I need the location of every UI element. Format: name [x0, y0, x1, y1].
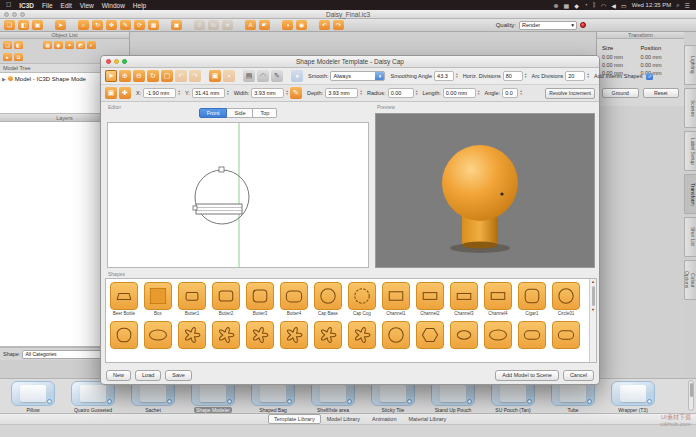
shape-thumbnail-cap-cog[interactable] — [348, 282, 376, 310]
dialog-titlebar[interactable]: Shape Modeler Template - Daisy Cap — [101, 56, 599, 68]
zoom-out-icon[interactable]: ⊖ — [133, 70, 145, 82]
tab-material-library[interactable]: Material Library — [402, 414, 452, 424]
open-icon[interactable]: ◧ — [14, 41, 23, 49]
radius-stepper[interactable]: ▴▾ — [416, 90, 418, 97]
menu-item-window[interactable]: Window — [102, 2, 125, 9]
menu-item-file[interactable]: File — [42, 2, 52, 9]
shape-item[interactable] — [381, 321, 411, 355]
3d-preview-canvas[interactable] — [375, 113, 595, 268]
smoothing-angle-stepper[interactable]: ▴▾ — [456, 73, 458, 80]
shape-item[interactable] — [279, 321, 309, 355]
shape-thumbnail-ellipse[interactable] — [144, 321, 172, 349]
main-window-titlebar[interactable]: Daisy_Final.ic3 — [0, 10, 696, 19]
view-tab-top[interactable]: Top — [253, 108, 277, 118]
reset-button[interactable]: Reset — [643, 88, 680, 98]
shape-item[interactable]: Cigar1 — [517, 282, 547, 316]
template-item[interactable]: Pillow — [8, 381, 58, 413]
record-indicator[interactable] — [580, 22, 586, 28]
pencil-icon[interactable]: ✎ — [120, 20, 131, 30]
shape-item[interactable] — [313, 321, 343, 355]
undo-icon[interactable]: ↶ — [175, 70, 187, 82]
shape-item[interactable]: Channel3 — [449, 282, 479, 316]
text-ai-icon[interactable]: A — [245, 20, 256, 30]
menu-item-view[interactable]: View — [80, 2, 94, 9]
horiz-divisions-stepper[interactable]: ▴▾ — [525, 73, 527, 80]
shape-item[interactable]: Butter4 — [279, 282, 309, 316]
shape-thumbnail-butter1[interactable] — [178, 282, 206, 310]
new-button[interactable]: New — [106, 370, 131, 381]
x-input[interactable]: -1.90 mm — [143, 88, 176, 98]
length-input[interactable]: 0.00 mm — [443, 88, 476, 98]
shape-thumbnail-flower[interactable] — [314, 321, 342, 349]
env-icon[interactable]: ◐ — [87, 41, 96, 49]
horiz-divisions-input[interactable]: 80 — [503, 71, 523, 81]
arc-divisions-stepper[interactable]: ▴▾ — [587, 73, 589, 80]
box-icon[interactable]: ▣ — [171, 20, 182, 30]
model-icon[interactable]: ▸ — [3, 53, 12, 61]
shape-item[interactable] — [109, 321, 139, 355]
shape-item[interactable] — [245, 321, 275, 355]
shape-thumbnail-flower[interactable] — [178, 321, 206, 349]
camera-icon[interactable]: ◉ — [54, 41, 63, 49]
menu-item-help[interactable]: Help — [133, 2, 146, 9]
panel-icon[interactable]: ▤ — [243, 70, 255, 82]
template-strip-scrollbar[interactable] — [688, 380, 694, 411]
cancel-button[interactable]: Cancel — [563, 370, 594, 381]
depth-stepper[interactable]: ▴▾ — [360, 90, 362, 97]
pencil-icon[interactable]: ✎ — [271, 70, 283, 82]
shape-thumbnail-channel2[interactable] — [416, 282, 444, 310]
shape-item[interactable]: Beer Bottle — [109, 282, 139, 316]
x-stepper[interactable]: ▴▾ — [178, 90, 180, 97]
menu-item-edit[interactable]: Edit — [61, 2, 72, 9]
add-interim-checkbox[interactable]: ✓ — [646, 73, 653, 80]
cube-icon[interactable]: ▦ — [43, 41, 52, 49]
star-icon[interactable]: ★ — [222, 20, 233, 30]
shape-item[interactable]: Cap Base — [313, 282, 343, 316]
template-item[interactable]: Stand Up Pouch — [428, 381, 478, 413]
curve-icon[interactable]: ◠ — [257, 70, 269, 82]
shape-thumbnail-butter2[interactable] — [212, 282, 240, 310]
template-item[interactable]: Quatro Gusseted — [68, 381, 118, 413]
shape-thumbnail-cap-base[interactable] — [314, 282, 342, 310]
select-icon[interactable]: ➤ — [105, 70, 117, 82]
template-item[interactable]: Shaped Bag — [248, 381, 298, 413]
bluetooth-icon[interactable]: ᛒ — [593, 2, 597, 8]
template-item[interactable]: SU Pouch (Tan) — [488, 381, 538, 413]
shape-item[interactable] — [347, 321, 377, 355]
y-stepper[interactable]: ▴▾ — [227, 90, 229, 97]
zoom-icon[interactable]: ⌕ — [78, 20, 89, 30]
tab-animation[interactable]: Animation — [366, 414, 402, 424]
point-icon[interactable]: • — [223, 70, 235, 82]
side-tab-scenes[interactable]: Scenes — [684, 88, 696, 128]
shape-item[interactable]: Butter2 — [211, 282, 241, 316]
volume-icon[interactable]: ◀ — [611, 2, 616, 9]
wifi-icon[interactable]: ◠ — [601, 2, 606, 9]
tree-expand-icon[interactable]: ▶ — [2, 76, 6, 82]
shape-thumbnail-channel3[interactable] — [450, 282, 478, 310]
shapes-scrollbar[interactable]: ▲▼ — [589, 279, 596, 362]
shape-item[interactable] — [415, 321, 445, 355]
template-thumbnail[interactable] — [11, 381, 55, 406]
hand-icon[interactable]: ☛ — [259, 20, 270, 30]
shape-thumbnail-ellipse[interactable] — [484, 321, 512, 349]
app-diamond-icon[interactable]: ◆ — [574, 2, 579, 9]
shape-thumbnail-channel1[interactable] — [382, 282, 410, 310]
smooth-dropdown[interactable]: Always▾ — [330, 71, 385, 81]
ground-button[interactable]: Ground — [602, 88, 639, 98]
shape-item[interactable] — [483, 321, 513, 355]
select-icon[interactable]: ➤ — [55, 20, 66, 30]
profile-editor-canvas[interactable] — [107, 122, 369, 268]
load-button[interactable]: Load — [135, 370, 161, 381]
group-icon[interactable]: ⧉ — [208, 20, 219, 30]
camera-icon[interactable]: ◉ — [296, 20, 307, 30]
tab-model-library[interactable]: Model Library — [321, 414, 366, 424]
app-circle-icon[interactable]: ⊗ — [554, 2, 559, 9]
shape-thumbnail-butter3[interactable] — [246, 282, 274, 310]
side-tab-transform[interactable]: Transform — [684, 174, 696, 214]
depth-input[interactable]: 3.93 mm — [325, 88, 358, 98]
open-file-icon[interactable]: ◧ — [18, 20, 29, 30]
shape-thumbnail-flower[interactable] — [212, 321, 240, 349]
shape-thumbnail-cigar1[interactable] — [518, 282, 546, 310]
group-icon[interactable]: ⧉ — [14, 53, 23, 61]
tab-template-library[interactable]: Template Library — [268, 414, 321, 424]
